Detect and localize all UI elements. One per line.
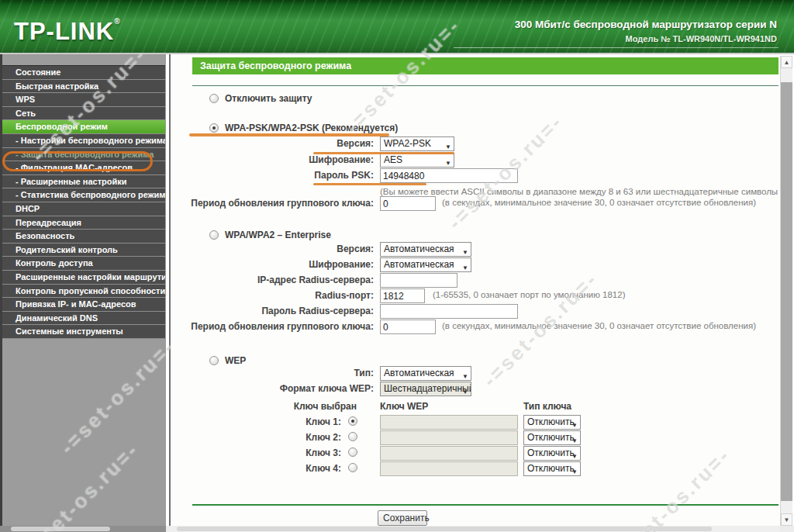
save-button[interactable]: Сохранить	[378, 510, 427, 526]
sidebar-hscroll-track	[0, 526, 166, 532]
product-tagline: 300 Мбит/с беспроводной маршрутизатор се…	[515, 19, 777, 30]
wep-key-radio[interactable]	[348, 463, 357, 472]
wep-label: WEP	[225, 355, 246, 366]
radius-port-input[interactable]	[380, 288, 425, 303]
psk-password-input[interactable]	[380, 168, 518, 183]
wpa-encryption-select[interactable]: AES	[380, 153, 454, 168]
sidebar-item[interactable]: Состояние	[2, 66, 165, 80]
title-divider	[192, 85, 778, 86]
header-product-info: 300 Мбит/с беспроводной маршрутизатор се…	[515, 19, 777, 43]
wep-key-radio[interactable]	[348, 416, 357, 426]
sidebar-item[interactable]: Контроль пропускной способности	[2, 285, 165, 299]
sidebar-item-sub[interactable]: - Статистика беспроводного режима	[2, 188, 165, 202]
radio-wpa-psk[interactable]	[209, 123, 219, 133]
sidebar-item[interactable]: Сеть	[2, 107, 165, 121]
psk-password-label: Пароль PSK:	[171, 170, 374, 181]
radio-enterprise[interactable]	[209, 230, 219, 240]
radio-wep[interactable]	[209, 356, 219, 365]
sidebar-item[interactable]: Системные инструменты	[2, 325, 165, 339]
wpa-group-key-note: (в секундах, минимальное значение 30, 0 …	[442, 198, 756, 207]
ent-encryption-select[interactable]: Автоматическая	[380, 257, 471, 272]
page-title: Защита беспроводного режима	[192, 57, 778, 74]
sidebar-item[interactable]: Динамический DNS	[2, 312, 165, 326]
radio-disable-security[interactable]	[209, 94, 219, 103]
radius-ip-input[interactable]	[380, 273, 457, 288]
sidebar-item[interactable]: Быстрая настройка	[2, 80, 165, 94]
main-content: Защита беспроводного режима Отключить за…	[169, 54, 780, 526]
sidebar-item[interactable]: Безопасность	[2, 230, 165, 244]
sidebar-item[interactable]: Привязка IP- и MAC-адресов	[2, 298, 165, 312]
scroll-down-icon[interactable]: ▼	[781, 513, 792, 526]
radius-password-input[interactable]	[380, 304, 518, 319]
wep-format-select[interactable]: Шестнадцатеричный	[380, 382, 471, 396]
radius-port-label: Radius-порт:	[171, 290, 374, 301]
psk-password-note: (Вы можете ввести ASCII символы в диапаз…	[380, 187, 778, 196]
disable-security-label: Отключить защиту	[225, 93, 312, 104]
wpa-version-label: Версия:	[171, 138, 374, 149]
sidebar-hscroll-thumb[interactable]	[11, 527, 110, 531]
router-admin-page: TP-LINK® 300 Мбит/с беспроводной маршрут…	[0, 0, 794, 532]
wep-key-radio[interactable]	[348, 432, 357, 441]
wep-type-label: Тип:	[171, 368, 374, 378]
sidebar-item[interactable]: Беспроводной режим	[2, 120, 165, 134]
sidebar-menu: СостояниеБыстрая настройкаWPSСетьБеспров…	[2, 65, 165, 339]
wep-key-input[interactable]	[380, 446, 518, 461]
sidebar-item-sub[interactable]: - Расширенные настройки	[2, 175, 165, 189]
header: TP-LINK® 300 Мбит/с беспроводной маршрут…	[0, 0, 794, 54]
header-divider	[454, 47, 778, 48]
wep-key-label: Ключ 1:	[171, 416, 341, 427]
enterprise-label: WPA/WPA2 – Enterprise	[225, 230, 331, 240]
sidebar-item-sub[interactable]: - Фильтрация MAC-адресов	[2, 161, 165, 175]
ent-group-key-note: (в секундах, минимальное значение 30, 0 …	[442, 321, 756, 330]
sidebar: СостояниеБыстрая настройкаWPSСетьБеспров…	[0, 54, 166, 526]
sidebar-item[interactable]: WPS	[2, 93, 165, 107]
model-number: Модель № TL-WR940N/TL-WR941ND	[515, 34, 777, 43]
bottom-divider	[192, 504, 778, 506]
scroll-up-icon[interactable]: ▲	[781, 56, 792, 68]
wep-key-label: Ключ 3:	[171, 447, 341, 458]
wpa-psk-label: WPA-PSK/WPA2-PSK (Рекомендуется)	[225, 123, 398, 133]
wep-key-input[interactable]	[380, 430, 518, 445]
sidebar-item[interactable]: Расширенные настройки маршрутизации	[2, 271, 165, 285]
radius-password-label: Пароль Radius-сервера:	[171, 306, 374, 316]
wpa-group-key-input[interactable]	[380, 196, 436, 211]
radius-ip-label: IP-адрес Radius-сервера:	[171, 275, 374, 285]
wpa-encryption-label: Шифрование:	[171, 154, 374, 165]
wpa-group-key-label: Период обновления группового ключа:	[171, 198, 374, 209]
annotation-underline-psk-password	[313, 183, 426, 185]
sidebar-item-sub[interactable]: - Защита беспроводного режима	[2, 148, 165, 162]
wep-key-input[interactable]	[380, 415, 518, 430]
ent-group-key-input[interactable]	[380, 320, 436, 334]
radius-port-note: (1-65535, 0 означает порт по умолчанию 1…	[433, 290, 625, 299]
annotation-underline-wpa-psk	[189, 133, 389, 136]
sidebar-item[interactable]: Контроль доступа	[2, 257, 165, 271]
content-hscroll-track	[169, 526, 780, 532]
wep-key-type-select[interactable]: Отключить	[523, 430, 581, 445]
wep-type-select[interactable]: Автоматическая	[380, 366, 471, 381]
wep-key-label: Ключ 2:	[171, 432, 341, 443]
wep-key-type-select[interactable]: Отключить	[523, 461, 581, 476]
wep-key-type-select[interactable]: Отключить	[523, 446, 581, 461]
sidebar-item-sub[interactable]: - Настройки беспроводного режима	[2, 134, 165, 148]
col-key-type: Тип ключа	[523, 401, 571, 412]
sidebar-item[interactable]: Родительский контроль	[2, 244, 165, 257]
ent-version-label: Версия:	[171, 244, 374, 254]
wep-key-label: Ключ 4:	[171, 463, 341, 474]
wep-key-type-select[interactable]: Отключить	[523, 415, 581, 430]
wep-key-input[interactable]	[380, 461, 518, 476]
col-key-selected: Ключ выбран	[171, 401, 357, 412]
ent-version-select[interactable]: Автоматическая	[380, 242, 471, 257]
vertical-scrollbar-thumb[interactable]	[781, 82, 792, 501]
registered-mark-icon: ®	[114, 17, 120, 26]
horizontal-scrollbar	[0, 526, 794, 532]
tp-link-logo: TP-LINK®	[14, 17, 121, 46]
ent-group-key-label: Период обновления группового ключа:	[171, 321, 374, 332]
wep-key-radio[interactable]	[348, 447, 357, 457]
wep-format-label: Формат ключа WEP:	[171, 383, 374, 394]
content-hscroll-thumb[interactable]	[177, 527, 712, 531]
sidebar-item[interactable]: Переадресация	[2, 216, 165, 230]
col-key-wep: Ключ WEP	[380, 401, 428, 412]
sidebar-item[interactable]: DHCP	[2, 202, 165, 216]
wpa-version-select[interactable]: WPA2-PSK	[380, 136, 454, 151]
ent-encryption-label: Шифрование:	[171, 259, 374, 270]
